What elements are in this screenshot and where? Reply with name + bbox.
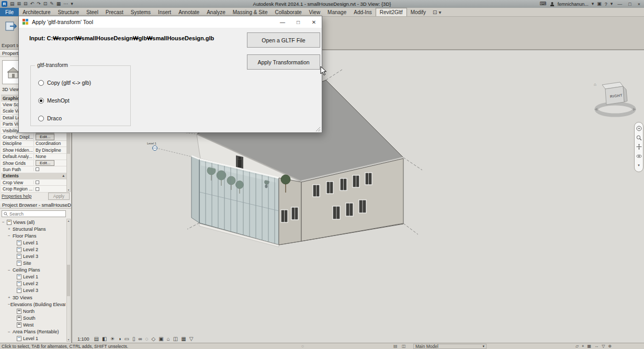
- measure-icon[interactable]: ▦: [57, 2, 61, 6]
- redo-icon[interactable]: ↷: [37, 2, 41, 6]
- undo-icon[interactable]: ↶: [30, 2, 35, 6]
- menu-icon[interactable]: ▤: [10, 2, 15, 6]
- tree-item-floor-plans[interactable]: Floor Plans: [1, 232, 65, 239]
- expander-expanded-icon[interactable]: [2, 220, 7, 224]
- close-button[interactable]: ×: [636, 2, 642, 7]
- tree-item-level-1[interactable]: Level 1: [1, 335, 65, 342]
- checkbox[interactable]: [36, 187, 39, 191]
- dialog-title-bar[interactable]: Apply 'gltf-transform' Tool — □ ✕: [19, 16, 322, 28]
- property-row[interactable]: DisciplineCoordination: [1, 141, 66, 147]
- filter-count-icon[interactable]: ⊕: [608, 344, 612, 349]
- design-options-select[interactable]: Main Model ▾: [413, 344, 487, 349]
- radio-selected-icon[interactable]: [38, 98, 44, 104]
- pan-icon[interactable]: [636, 143, 642, 150]
- checkbox[interactable]: [36, 167, 39, 171]
- viewcube-compass-ring[interactable]: [596, 104, 634, 115]
- keyboard-ime-icon[interactable]: ⌨: [540, 2, 547, 6]
- customize-qat-icon[interactable]: ▾: [71, 2, 73, 6]
- tree-item-elevations[interactable]: Elevations (Building Elevation): [1, 301, 65, 308]
- scrollbar-thumb[interactable]: [67, 133, 70, 154]
- radio-copy-gltf-glb[interactable]: Copy (gltf <-> glb): [38, 80, 91, 86]
- worksets-icon[interactable]: ▤: [393, 344, 398, 348]
- restore-button[interactable]: □: [627, 2, 632, 7]
- tree-item-structural-plans[interactable]: Structural Plans: [1, 226, 65, 232]
- visual-style-icon[interactable]: ◧: [102, 336, 107, 342]
- project-browser-header[interactable]: Project Browser - smallHouseDesign.rvt: [0, 201, 71, 209]
- property-row[interactable]: Crop Region ...: [1, 186, 66, 192]
- property-row[interactable]: Default Analy...None: [1, 154, 66, 160]
- ribbon-tab-revit2gltf[interactable]: Revit2Gltf: [376, 8, 407, 16]
- shadows-icon[interactable]: ◑: [118, 336, 121, 342]
- tree-item-3d-views[interactable]: 3D Views: [1, 294, 65, 301]
- properties-help-link[interactable]: Properties help: [2, 194, 31, 199]
- ribbon-tab-collaborate[interactable]: Collaborate: [271, 8, 305, 16]
- sun-path-icon[interactable]: ☀: [110, 336, 115, 342]
- scroll-up-icon[interactable]: ▲: [67, 219, 70, 222]
- property-row[interactable]: Crop View: [1, 179, 66, 186]
- tree-item-level-2[interactable]: Level 2: [1, 246, 65, 253]
- ribbon-tab-manage[interactable]: Manage: [324, 8, 350, 16]
- radio-draco[interactable]: Draco: [38, 115, 62, 121]
- open-icon[interactable]: ⊞: [17, 2, 21, 6]
- apply-button[interactable]: Apply: [48, 193, 70, 200]
- ribbon-tab-precast[interactable]: Precast: [102, 8, 127, 16]
- browser-scrollbar[interactable]: ▲ ▼: [66, 219, 71, 342]
- property-row[interactable]: Sun Path: [1, 166, 66, 173]
- edit-button[interactable]: Edit...: [36, 134, 54, 140]
- ribbon-tab-analyze[interactable]: Analyze: [203, 8, 229, 16]
- gltf-transform-dialog[interactable]: Apply 'gltf-transform' Tool — □ ✕ Input:…: [18, 16, 322, 133]
- ribbon-tab-insert[interactable]: Insert: [154, 8, 175, 16]
- crop-view-icon[interactable]: ▯: [132, 336, 135, 342]
- zoom-icon[interactable]: [636, 134, 642, 141]
- expander-collapsed-icon[interactable]: [8, 227, 13, 231]
- resize-grip[interactable]: [315, 127, 321, 132]
- dialog-minimize-button[interactable]: —: [275, 16, 290, 28]
- ribbon-tab-add-ins[interactable]: Add-Ins: [350, 8, 375, 16]
- temporary-view-properties-icon[interactable]: ◫: [173, 336, 178, 342]
- ribbon-tab-view[interactable]: View: [306, 8, 324, 16]
- scrollbar-thumb[interactable]: [67, 265, 70, 296]
- tree-item-area-plans[interactable]: Area Plans (Rentable): [1, 329, 65, 335]
- ribbon-tab-systems[interactable]: Systems: [127, 8, 154, 16]
- worksharing-display-icon[interactable]: ⌂: [167, 336, 170, 342]
- drag-on-selection-icon[interactable]: ↔: [594, 344, 598, 349]
- browser-search[interactable]: [2, 210, 66, 217]
- property-row[interactable]: Show Hidden...By Discipline: [1, 147, 66, 153]
- scale-button[interactable]: 1:100: [77, 336, 91, 342]
- tree-item-views-all[interactable]: Views (all): [1, 219, 65, 226]
- tree-item-level-1[interactable]: Level 1: [1, 274, 65, 280]
- tree-item-north[interactable]: North: [1, 308, 65, 314]
- temporary-hide-isolate-icon[interactable]: ◇: [152, 336, 156, 342]
- navigation-bar[interactable]: ▾: [634, 122, 643, 172]
- modify-icon[interactable]: ✎: [50, 2, 54, 6]
- person-figure[interactable]: [238, 156, 242, 167]
- orbit-icon[interactable]: [636, 153, 642, 160]
- displaced-elements-icon[interactable]: ▦: [181, 336, 186, 342]
- view-cube[interactable]: RIGHT ⌂: [593, 79, 638, 118]
- dialog-close-button[interactable]: ✕: [306, 16, 322, 28]
- revit-logo-icon[interactable]: R: [2, 1, 7, 7]
- expander-expanded-icon[interactable]: [8, 268, 13, 273]
- radio-meshopt[interactable]: MeshOpt: [38, 97, 70, 104]
- select-pins-icon[interactable]: ⌖: [582, 344, 584, 349]
- chevron-down-icon[interactable]: ▾: [611, 2, 613, 6]
- store-icon[interactable]: ▣: [597, 2, 602, 6]
- ribbon-tab-modify[interactable]: Modify: [407, 8, 430, 16]
- tree-item-south[interactable]: South: [1, 314, 65, 321]
- export-gltf-button[interactable]: [5, 19, 18, 33]
- filter-icon[interactable]: ▽: [602, 344, 605, 349]
- expander-collapsed-icon[interactable]: [8, 295, 13, 300]
- scroll-down-icon[interactable]: ▼: [67, 188, 70, 192]
- design-options-icon[interactable]: ◫: [402, 344, 406, 348]
- save-icon[interactable]: ⊟: [24, 2, 28, 6]
- detail-level-icon[interactable]: ▤: [94, 336, 99, 342]
- radio-icon[interactable]: [38, 116, 44, 121]
- search-input[interactable]: [9, 211, 62, 217]
- reveal-constraints-icon[interactable]: ▽: [189, 336, 194, 342]
- ribbon-tab-file[interactable]: File: [0, 8, 19, 16]
- property-row[interactable]: Graphic Displ...Edit...: [1, 134, 66, 140]
- tree-item-west[interactable]: West: [1, 321, 65, 328]
- tree-item-site[interactable]: Site: [1, 260, 65, 267]
- crop-region-icon[interactable]: ∞: [138, 336, 142, 342]
- chevron-down-icon[interactable]: ▾: [592, 2, 594, 6]
